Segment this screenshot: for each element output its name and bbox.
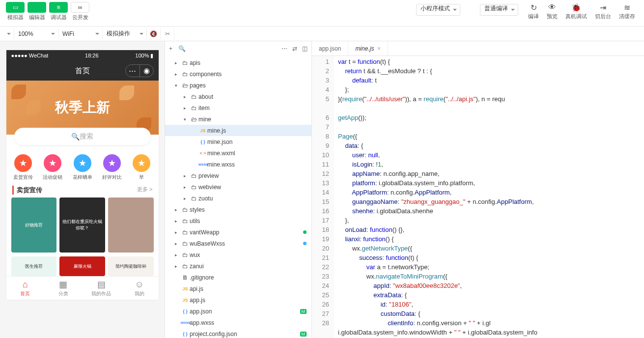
tree-project.config.json[interactable]: { }project.config.jsonM bbox=[165, 328, 311, 338]
tree-wuBaseWxss[interactable]: ▸🗀wuBaseWxss bbox=[165, 238, 311, 249]
tree-mine.wxml[interactable]: < >mine.wxml bbox=[165, 147, 311, 159]
tab-分类[interactable]: ▦分类 bbox=[44, 277, 83, 300]
carrier-label: ●●●●● WeChat bbox=[11, 53, 49, 58]
menu-icon[interactable]: ⋯ bbox=[126, 65, 140, 77]
search-icon: 🔍 bbox=[71, 133, 80, 141]
toolbar-预览[interactable]: 👁预览 bbox=[544, 2, 560, 20]
operation-select[interactable]: 模拟操作 bbox=[103, 28, 147, 40]
icon-row: ★卖货宣传★活动促销★花样晒单★好评对比★早 bbox=[6, 154, 159, 181]
tree-about[interactable]: ▸🗀about bbox=[165, 91, 311, 102]
cat-好评对比[interactable]: ★好评对比 bbox=[97, 154, 127, 181]
file-explorer: + 🔍 ⋯ ⇄ ◫ ▸🗀apis▸🗀components▾🗁pages▸🗀abo… bbox=[165, 41, 312, 338]
tree-.gitignore[interactable]: 🗎.gitignore bbox=[165, 272, 311, 283]
tab-我的作品[interactable]: ▤我的作品 bbox=[83, 277, 121, 300]
mode-select[interactable]: 小程序模式 bbox=[416, 4, 460, 16]
editor-tab-mine.js[interactable]: mine.js× bbox=[348, 41, 388, 56]
toolbar-编辑器[interactable]: 编辑器 bbox=[28, 2, 46, 21]
toolbar-调试器[interactable]: ≡调试器 bbox=[49, 2, 68, 21]
file-tree: ▸🗀apis▸🗀components▾🗁pages▸🗀about▸🗀item▾🗁… bbox=[165, 56, 311, 338]
simulator-panel: ●●●●● WeChat 18:26 100% ▮ 首页 ⋯ ◉ 秋季上新 🔍 bbox=[0, 41, 165, 338]
code-content[interactable]: var t = function(t) { return t && t.__es… bbox=[334, 56, 644, 338]
toolbar-真机调试[interactable]: 🐞真机调试 bbox=[562, 2, 590, 20]
tree-zanui[interactable]: ▸🗀zanui bbox=[165, 260, 311, 272]
secondary-toolbar: 100% WiFi 模拟操作 🔇 ✂ bbox=[0, 27, 644, 41]
card-row-2: 医生推荐麻辣火锅简约陶瓷咖啡杯 bbox=[6, 256, 159, 276]
search-placeholder: 搜索 bbox=[80, 132, 93, 141]
battery-label: 100% ▮ bbox=[135, 53, 153, 59]
mute-icon[interactable]: 🔇 bbox=[147, 28, 161, 40]
device-select[interactable] bbox=[0, 28, 14, 40]
tree-item[interactable]: ▸🗀item bbox=[165, 102, 311, 113]
toolbar-清缓存[interactable]: ≋清缓存 bbox=[616, 2, 638, 20]
tabbar: ⌂首页▦分类▤我的作品☺我的 bbox=[6, 276, 159, 300]
tree-webview[interactable]: ▸🗀webview bbox=[165, 181, 311, 193]
toolbar-云开发[interactable]: ∞云开发 bbox=[71, 2, 89, 21]
tree-app.wxss[interactable]: wxssapp.wxss bbox=[165, 317, 311, 328]
editor-tabs: app.jsonmine.js× bbox=[312, 41, 644, 56]
product-card[interactable]: 医生推荐 bbox=[11, 256, 57, 276]
tab-首页[interactable]: ⌂首页 bbox=[6, 277, 45, 300]
card-row: 好物推荐他们都在重庆吃火锅 你呢？ bbox=[6, 197, 159, 253]
search-file-icon[interactable]: 🔍 bbox=[178, 45, 186, 52]
toolbar-编译[interactable]: ↻编译 bbox=[525, 2, 542, 20]
tree-app.js[interactable]: JSapp.js bbox=[165, 294, 311, 306]
phone-frame: ●●●●● WeChat 18:26 100% ▮ 首页 ⋯ ◉ 秋季上新 🔍 bbox=[6, 50, 159, 300]
cat-花样晒单[interactable]: ★花样晒单 bbox=[67, 154, 97, 181]
status-bar: ●●●●● WeChat 18:26 100% ▮ bbox=[6, 50, 159, 61]
settings-icon[interactable]: ⇄ bbox=[292, 45, 297, 52]
cat-卖货宣传[interactable]: ★卖货宣传 bbox=[8, 154, 38, 181]
tree-mine.json[interactable]: { }mine.json bbox=[165, 136, 311, 147]
tree-utils[interactable]: ▸🗀utils bbox=[165, 215, 311, 226]
tab-我的[interactable]: ☺我的 bbox=[120, 277, 159, 300]
toolbar-模拟器[interactable]: ▭模拟器 bbox=[6, 2, 25, 21]
close-tab-icon[interactable]: × bbox=[377, 45, 381, 52]
code-area[interactable]: 12345 6789101112131415161718192021222324… bbox=[312, 56, 644, 338]
compile-select[interactable]: 普通编译 bbox=[480, 4, 518, 16]
banner-text: 秋季上新 bbox=[55, 98, 110, 117]
add-file-icon[interactable]: + bbox=[169, 45, 172, 52]
more-link[interactable]: 更多 > bbox=[137, 186, 152, 195]
tree-pages[interactable]: ▾🗁pages bbox=[165, 80, 311, 91]
cat-早[interactable]: ★早 bbox=[127, 154, 156, 181]
nav-bar: 首页 ⋯ ◉ bbox=[6, 61, 159, 81]
editor-panel: app.jsonmine.js× 12345 67891011121314151… bbox=[312, 41, 644, 338]
product-card[interactable]: 好物推荐 bbox=[11, 197, 57, 253]
tree-styles[interactable]: ▸🗀styles bbox=[165, 204, 311, 215]
file-toolbar: + 🔍 ⋯ ⇄ ◫ bbox=[165, 41, 311, 56]
zoom-select[interactable]: 100% bbox=[14, 28, 58, 40]
time-label: 18:26 bbox=[85, 53, 99, 58]
tree-mine.wxss[interactable]: wxssmine.wxss bbox=[165, 159, 311, 170]
product-card[interactable]: 他们都在重庆吃火锅 你呢？ bbox=[59, 197, 105, 253]
section-title: 卖货宣传 bbox=[12, 186, 42, 195]
search-box[interactable]: 🔍 搜索 bbox=[14, 128, 151, 145]
tree-app.json[interactable]: { }app.jsonM bbox=[165, 306, 311, 317]
more-icon[interactable]: ⋯ bbox=[281, 45, 287, 52]
tree-mine.js[interactable]: JSmine.js bbox=[165, 125, 311, 136]
cut-icon[interactable]: ✂ bbox=[161, 28, 174, 40]
tree-vantWeapp[interactable]: ▸🗀vantWeapp bbox=[165, 226, 311, 238]
target-icon[interactable]: ◉ bbox=[140, 65, 153, 77]
tree-preview[interactable]: ▸🗀preview bbox=[165, 170, 311, 181]
toolbar-切后台[interactable]: ⇥切后台 bbox=[592, 2, 614, 20]
nav-capsule[interactable]: ⋯ ◉ bbox=[125, 64, 154, 77]
banner[interactable]: 秋季上新 bbox=[6, 81, 159, 135]
tree-components[interactable]: ▸🗀components bbox=[165, 68, 311, 80]
product-card[interactable] bbox=[108, 197, 154, 253]
tree-api.js[interactable]: JSapi.js bbox=[165, 283, 311, 294]
network-select[interactable]: WiFi bbox=[58, 28, 103, 40]
tree-wux[interactable]: ▸🗀wux bbox=[165, 249, 311, 260]
nav-title: 首页 bbox=[75, 66, 90, 76]
product-card[interactable]: 麻辣火锅 bbox=[59, 256, 105, 276]
top-toolbar: ▭模拟器编辑器≡调试器∞云开发 小程序模式 普通编译 ↻编译👁预览🐞真机调试⇥切… bbox=[0, 0, 644, 27]
editor-tab-app.json[interactable]: app.json bbox=[312, 41, 348, 56]
tree-apis[interactable]: ▸🗀apis bbox=[165, 57, 311, 68]
tree-mine[interactable]: ▾🗁mine bbox=[165, 113, 311, 125]
line-gutter: 12345 6789101112131415161718192021222324… bbox=[312, 56, 334, 338]
tree-zuotu[interactable]: ▸🗀zuotu bbox=[165, 193, 311, 204]
cat-活动促销[interactable]: ★活动促销 bbox=[38, 154, 67, 181]
product-card[interactable]: 简约陶瓷咖啡杯 bbox=[108, 256, 154, 276]
split-icon[interactable]: ◫ bbox=[302, 45, 308, 52]
